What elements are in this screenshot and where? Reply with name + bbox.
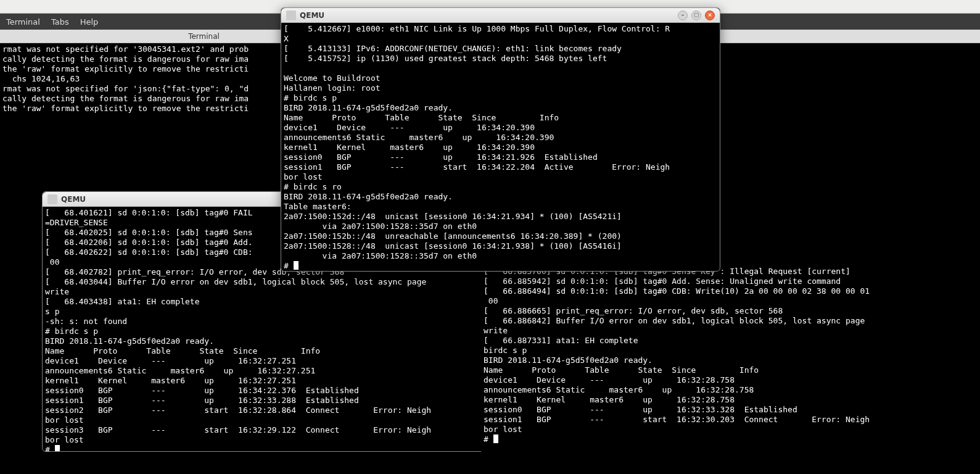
qemu-window-top[interactable]: QEMU – ▢ × [ 5.412667] e1000: eth1 NIC L… bbox=[281, 7, 720, 272]
minimize-button[interactable]: – bbox=[678, 10, 688, 20]
close-button[interactable]: × bbox=[705, 10, 715, 20]
qemu-app-icon bbox=[286, 10, 296, 20]
qemu-top-title: QEMU bbox=[300, 11, 324, 20]
menu-terminal[interactable]: Terminal bbox=[6, 17, 40, 27]
qemu-lr-output[interactable]: [ 66.885760] sd 0:0:1:0: [sdb] tag#0 Sen… bbox=[481, 265, 919, 452]
qemu-top-titlebar[interactable]: QEMU – ▢ × bbox=[281, 8, 720, 23]
qemu-top-output[interactable]: [ 5.412667] e1000: eth1 NIC Link is Up 1… bbox=[281, 23, 720, 271]
qemu-app-icon bbox=[47, 194, 57, 204]
maximize-button[interactable]: ▢ bbox=[691, 10, 701, 20]
menu-help[interactable]: Help bbox=[80, 17, 99, 27]
qemu-ll-title: QEMU bbox=[61, 195, 86, 204]
menu-tabs[interactable]: Tabs bbox=[51, 17, 69, 27]
